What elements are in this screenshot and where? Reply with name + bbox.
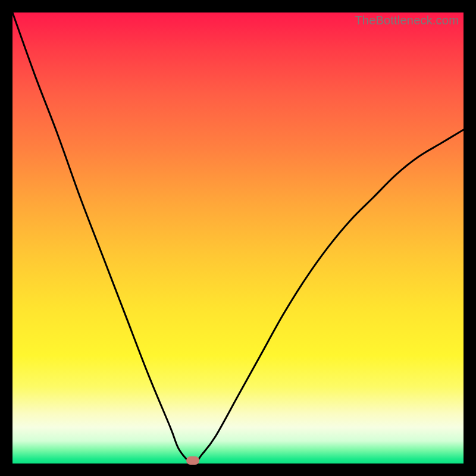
plot-area: TheBottleneck.com bbox=[12, 12, 464, 464]
bottleneck-curve bbox=[12, 12, 464, 464]
optimal-marker bbox=[186, 456, 199, 465]
curve-path bbox=[12, 12, 464, 464]
chart-frame: TheBottleneck.com bbox=[0, 0, 476, 476]
